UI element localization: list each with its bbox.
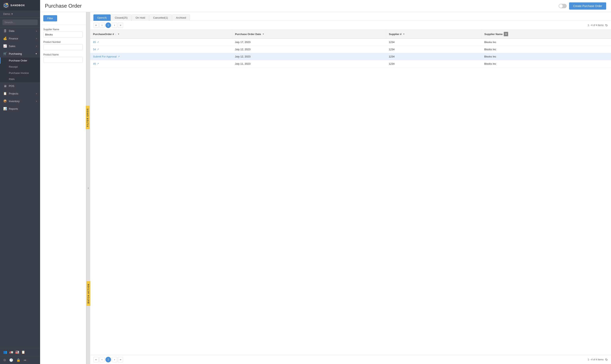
- supplier-name-input[interactable]: [43, 32, 83, 38]
- batch-action-label: BATCH ACTION: [87, 281, 90, 306]
- page-info-top: 1 - 4 of 4 items ↻: [588, 24, 608, 27]
- data-icon: 🗄: [3, 29, 7, 33]
- search-input[interactable]: [2, 20, 38, 25]
- product-name-input[interactable]: [43, 57, 83, 63]
- page-1-button[interactable]: 1: [105, 22, 111, 28]
- cell-po-date: July 11, 2023: [232, 60, 386, 67]
- collapse-filter-button[interactable]: ‹: [86, 12, 90, 364]
- sidebar-item-pos[interactable]: 🖥 POS: [0, 82, 40, 90]
- purchasing-submenu: Purchase Order Receipt Purchase Invoice …: [0, 57, 40, 82]
- cell-supplier-name: Blocks Inc: [482, 46, 611, 53]
- sub-item-label: Receipt: [9, 65, 18, 68]
- sidebar-item-projects[interactable]: 📋 Projects ›: [0, 90, 40, 97]
- sidebar-item-receipt[interactable]: Receipt: [0, 64, 40, 70]
- create-purchase-order-button[interactable]: Create Purchase Order: [569, 2, 606, 10]
- expand-icon[interactable]: ↗: [118, 55, 120, 58]
- clock-icon[interactable]: 🕐: [9, 358, 13, 362]
- filter-icon-po-number[interactable]: ▼: [117, 33, 120, 35]
- total-info-bottom: 1 - 4 of 4 items: [588, 358, 604, 361]
- header: Purchase Order Create Purchase Order: [40, 0, 611, 12]
- next-page-button-bottom[interactable]: ›: [112, 357, 117, 362]
- cell-po-date: July 12, 2023: [232, 53, 386, 60]
- next-page-button[interactable]: ›: [112, 23, 117, 28]
- sidebar-item-reports[interactable]: 📊 Reports: [0, 105, 40, 113]
- page-1-button-bottom[interactable]: 1: [105, 357, 111, 362]
- po-number-link[interactable]: 54 ↗: [93, 48, 229, 51]
- sidebar-item-purchasing[interactable]: 🛒 Purchasing ▾: [0, 50, 40, 57]
- filter-icon-supplier-num[interactable]: ▼: [403, 33, 405, 35]
- first-page-button[interactable]: «: [93, 23, 99, 28]
- first-page-button-bottom[interactable]: «: [93, 357, 99, 362]
- sales-icon: 📈: [3, 44, 7, 48]
- chevron-down-icon: ▾: [12, 13, 13, 15]
- table-row: 45 ↗ July 11, 2023 1234 Blocks Inc: [90, 60, 611, 67]
- page-info-bottom: 1 - 4 of 4 items ↻: [588, 358, 608, 362]
- sidebar-item-finance[interactable]: 💰 Finance ›: [0, 35, 40, 42]
- toggle-switch[interactable]: [559, 4, 567, 8]
- finance-icon: 💰: [3, 37, 7, 40]
- cell-po-date: July 17, 2023: [232, 39, 386, 46]
- po-number-link[interactable]: 65 ↗: [93, 41, 229, 44]
- chevron-down-icon: ▾: [36, 52, 37, 55]
- sidebar-item-label: Sales: [9, 45, 15, 48]
- settings-icon[interactable]: ⚙: [3, 358, 6, 362]
- sidebar-item-purchase-invoice[interactable]: Purchase Invoice: [0, 70, 40, 76]
- main-nav: 🗄 Data › 💰 Finance › 📈 Sales › 🛒 Purchas…: [0, 27, 40, 348]
- table-toolbar-bottom: « ‹ 1 › » 1 - 4 of 4 items ↻: [90, 355, 611, 364]
- sort-icon-po-number[interactable]: ↓: [115, 33, 116, 35]
- col-header-supplier-num: Supplier # ▼: [386, 30, 482, 39]
- sidebar-item-rma[interactable]: RMA: [0, 76, 40, 82]
- expand-icon[interactable]: ↗: [97, 48, 99, 51]
- refresh-button[interactable]: ↻: [605, 24, 608, 27]
- product-name-label: Product Name: [43, 53, 83, 56]
- tab-closed[interactable]: Closed(25): [111, 14, 131, 21]
- tab-on-hold[interactable]: On Hold: [132, 14, 149, 21]
- tab-archived[interactable]: Archived: [172, 14, 190, 21]
- factory-icon[interactable]: 🏭: [15, 350, 19, 354]
- pagination-controls-bottom: « ‹ 1 › »: [93, 357, 123, 362]
- lock-icon[interactable]: 🔒: [16, 358, 20, 362]
- user-demo[interactable]: Demo ▾: [0, 10, 40, 18]
- product-name-field: Product Name: [43, 53, 83, 63]
- refresh-button-bottom[interactable]: ↻: [605, 358, 608, 362]
- cell-po-number: 45 ↗: [90, 60, 232, 67]
- sidebar-item-label: Finance: [9, 37, 18, 40]
- search-area: [0, 18, 40, 27]
- people-icon[interactable]: 👥: [3, 350, 7, 354]
- cell-supplier-name: Blocks Inc: [482, 53, 611, 60]
- page-title: Purchase Order: [45, 3, 82, 9]
- tab-open[interactable]: Open(4): [93, 14, 111, 21]
- reports-icon: 📊: [3, 107, 7, 111]
- data-panel: Open(4) Closed(25) On Hold Cancelled(1) …: [90, 12, 611, 364]
- cell-supplier-num: 1234: [386, 53, 482, 60]
- prev-page-button[interactable]: ‹: [99, 23, 105, 28]
- po-number-link[interactable]: Submit For Approval ↗: [93, 55, 229, 58]
- logout-icon[interactable]: ➡: [24, 358, 26, 362]
- cell-supplier-num: 1234: [386, 39, 482, 46]
- app-name: SANDBOX: [10, 4, 25, 7]
- table-row: 54 ↗ July 12, 2023 1234 Blocks Inc: [90, 46, 611, 53]
- po-number-link[interactable]: 45 ↗: [93, 62, 229, 65]
- sidebar-item-purchase-order[interactable]: Purchase Order: [0, 57, 40, 64]
- filter-top: Filter: [40, 12, 86, 25]
- expand-icon[interactable]: ↗: [97, 41, 99, 43]
- prev-page-button-bottom[interactable]: ‹: [99, 357, 105, 362]
- product-number-input[interactable]: [43, 44, 83, 50]
- sidebar-item-inventory[interactable]: 📦 Inventory ›: [0, 97, 40, 105]
- logo-area: SANDBOX: [0, 0, 40, 10]
- col-label-po-date: Purchase Order Date: [235, 33, 261, 36]
- last-page-button[interactable]: »: [118, 23, 123, 28]
- filter-icon-po-date[interactable]: ▼: [262, 33, 264, 35]
- filter-button[interactable]: Filter: [43, 15, 57, 21]
- supplier-name-label: Supplier Name: [43, 28, 83, 31]
- expand-icon[interactable]: ↗: [97, 63, 99, 65]
- col-label-po-number: PurchaseOrder #: [93, 33, 114, 36]
- sidebar-item-sales[interactable]: 📈 Sales ›: [0, 42, 40, 50]
- sidebar-item-data[interactable]: 🗄 Data ›: [0, 27, 40, 35]
- truck-icon[interactable]: 🚛: [9, 350, 13, 354]
- clipboard-icon[interactable]: 📋: [21, 350, 25, 354]
- column-filter-button[interactable]: ▼: [504, 32, 508, 36]
- chevron-right-icon: ›: [36, 92, 37, 95]
- last-page-button-bottom[interactable]: »: [118, 357, 123, 362]
- tab-cancelled[interactable]: Cancelled(1): [149, 14, 172, 21]
